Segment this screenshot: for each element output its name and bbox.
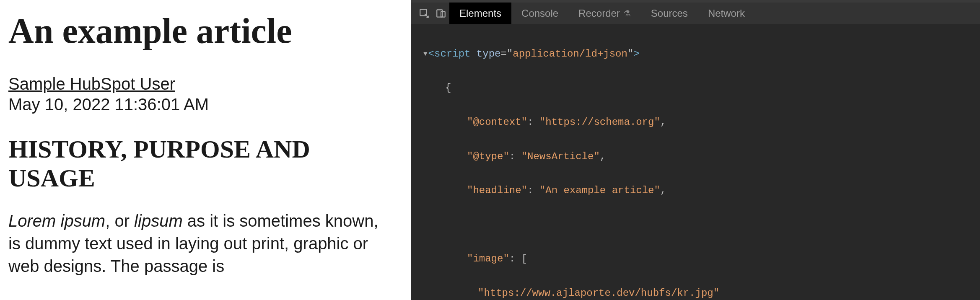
tab-console[interactable]: Console: [511, 3, 568, 24]
svg-rect-2: [441, 12, 445, 17]
tab-label: Network: [708, 8, 745, 19]
inspect-element-icon[interactable]: [416, 5, 433, 22]
tab-label: Sources: [651, 8, 688, 19]
body-text-span: , or: [105, 212, 134, 230]
body-italic-text: lipsum: [134, 212, 183, 230]
code-json-str: "https://schema.org": [539, 116, 660, 128]
code-json-str: "https://www.ajlaporte.dev/hubfs/kr.jpg": [478, 287, 719, 299]
disclosure-caret-icon[interactable]: ▼: [423, 49, 428, 60]
tab-elements[interactable]: Elements: [449, 3, 511, 24]
tab-recorder[interactable]: Recorder ⚗: [568, 3, 641, 24]
code-tag: script: [434, 48, 470, 59]
code-json-key: "headline": [467, 185, 527, 196]
code-brace: {: [445, 82, 451, 93]
tab-label: Console: [521, 8, 558, 19]
devtools-tabbar: Elements Console Recorder ⚗ Sources Netw…: [411, 3, 980, 24]
author-link[interactable]: Sample HubSpot User: [8, 75, 175, 93]
article-title: An example article: [8, 13, 402, 49]
svg-rect-1: [437, 10, 442, 17]
article-pane: An example article Sample HubSpot User M…: [0, 0, 411, 300]
tab-label: Recorder: [578, 8, 620, 19]
body-paragraph: Lorem ipsum, or lipsum as it is sometime…: [8, 209, 394, 277]
tab-label: Elements: [459, 8, 501, 19]
flask-icon: ⚗: [623, 8, 631, 18]
device-toggle-icon[interactable]: [433, 5, 449, 22]
body-italic-text: Lorem ipsum: [8, 212, 105, 230]
publish-date: May 10, 2022 11:36:01 AM: [8, 95, 402, 114]
section-heading: HISTORY, PURPOSE AND USAGE: [8, 135, 402, 193]
tab-sources[interactable]: Sources: [641, 3, 698, 24]
code-json-key: "@context": [467, 116, 527, 128]
code-json-str: "NewsArticle": [521, 151, 600, 162]
code-attr-name: type: [477, 48, 501, 59]
code-attr-value: application/ld+json: [513, 48, 627, 59]
code-json-key: "image": [467, 253, 509, 264]
code-json-str: "An example article": [539, 185, 660, 196]
elements-source-panel[interactable]: ▼<script type="application/ld+json"> { "…: [411, 24, 980, 300]
code-bracket: [: [521, 253, 527, 264]
devtools-pane: Elements Console Recorder ⚗ Sources Netw…: [411, 0, 980, 300]
tab-network[interactable]: Network: [698, 3, 755, 24]
code-json-key: "@type": [467, 151, 509, 162]
